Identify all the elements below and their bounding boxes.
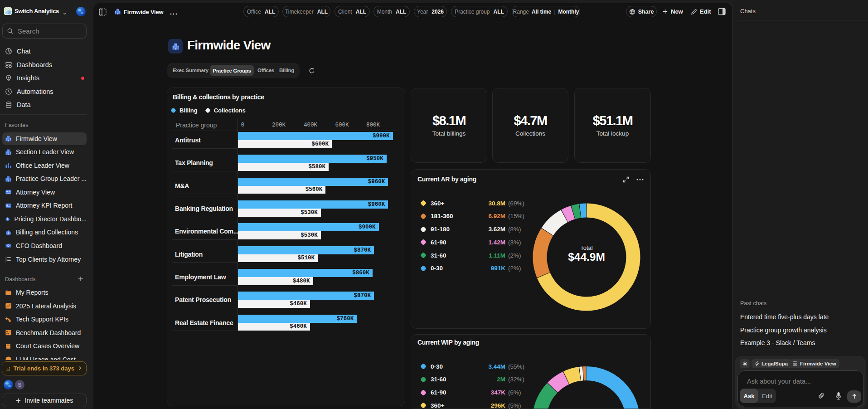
svg-text:$: $ bbox=[7, 218, 8, 220]
